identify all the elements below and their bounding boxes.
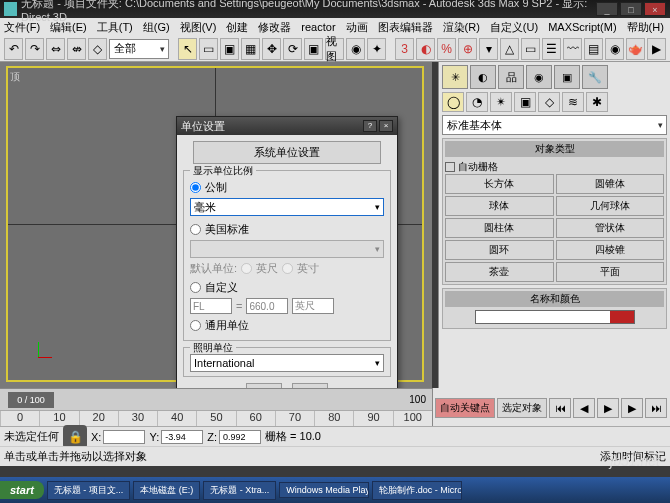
menu-help[interactable]: 帮助(H) — [627, 20, 664, 35]
menu-render[interactable]: 渲染(R) — [443, 20, 480, 35]
select-name-button[interactable]: ▭ — [199, 38, 218, 60]
radio-generic[interactable] — [190, 320, 201, 331]
lighting-dropdown[interactable]: International — [190, 354, 384, 372]
tab-utilities[interactable]: 🔧 — [582, 65, 608, 89]
metric-dropdown[interactable]: 毫米 — [190, 198, 384, 216]
schematic-button[interactable]: ▤ — [584, 38, 603, 60]
menu-group[interactable]: 组(G) — [143, 20, 170, 35]
tab-motion[interactable]: ◉ — [526, 65, 552, 89]
layer-button[interactable]: ☰ — [542, 38, 561, 60]
z-value[interactable]: 0.992 — [219, 430, 261, 444]
menu-reactor[interactable]: reactor — [301, 21, 335, 33]
btn-tube[interactable]: 管状体 — [556, 218, 665, 238]
render-scene-button[interactable]: 🫖 — [626, 38, 645, 60]
material-button[interactable]: ◉ — [605, 38, 624, 60]
y-value[interactable]: -3.94 — [161, 430, 203, 444]
menu-graph[interactable]: 图表编辑器 — [378, 20, 433, 35]
select-object-button[interactable]: ↖ — [178, 38, 197, 60]
btn-pyramid[interactable]: 四棱锥 — [556, 240, 665, 260]
minimize-button[interactable]: _ — [596, 2, 618, 16]
geometry-button[interactable]: ◯ — [442, 92, 464, 112]
lights-button[interactable]: ✴ — [490, 92, 512, 112]
manipulate-button[interactable]: ✦ — [367, 38, 386, 60]
spacewarps-button[interactable]: ≋ — [562, 92, 584, 112]
task-item[interactable]: 无标题 - 项目文... — [47, 481, 131, 500]
spinner-snap-button[interactable]: ⊕ — [458, 38, 477, 60]
shapes-button[interactable]: ◔ — [466, 92, 488, 112]
task-item[interactable]: 轮胎制作.doc - Micro... — [372, 481, 462, 500]
tab-display[interactable]: ▣ — [554, 65, 580, 89]
menu-maxscript[interactable]: MAXScript(M) — [548, 21, 616, 33]
radio-custom[interactable] — [190, 282, 201, 293]
task-item[interactable]: Windows Media Player — [279, 482, 369, 498]
quick-render-button[interactable]: ▶ — [647, 38, 666, 60]
goto-start-button[interactable]: ⏮ — [549, 398, 571, 418]
angle-snap-button[interactable]: ◐ — [416, 38, 435, 60]
menu-edit[interactable]: 编辑(E) — [50, 20, 87, 35]
selection-filter-dropdown[interactable]: 全部 — [109, 39, 169, 59]
dialog-titlebar[interactable]: 单位设置 ? × — [177, 117, 397, 135]
menu-create[interactable]: 创建 — [226, 20, 248, 35]
menu-modifier[interactable]: 修改器 — [258, 20, 291, 35]
btn-geosphere[interactable]: 几何球体 — [556, 196, 665, 216]
window-crossing-button[interactable]: ▦ — [241, 38, 260, 60]
selected-target-dropdown[interactable]: 选定对象 — [497, 398, 547, 418]
primitive-set-dropdown[interactable]: 标准基本体 — [442, 115, 667, 135]
dialog-help-button[interactable]: ? — [363, 120, 377, 132]
scale-button[interactable]: ▣ — [304, 38, 323, 60]
percent-snap-button[interactable]: % — [437, 38, 456, 60]
select-region-button[interactable]: ▣ — [220, 38, 239, 60]
x-value[interactable] — [103, 430, 145, 444]
btn-plane[interactable]: 平面 — [556, 262, 665, 282]
tab-create[interactable]: ✳ — [442, 65, 468, 89]
helpers-button[interactable]: ◇ — [538, 92, 560, 112]
menu-tools[interactable]: 工具(T) — [97, 20, 133, 35]
menu-animation[interactable]: 动画 — [346, 20, 368, 35]
time-slider[interactable]: 0 / 100 100 — [0, 388, 432, 410]
start-button[interactable]: start — [0, 481, 44, 499]
next-frame-button[interactable]: ▶ — [621, 398, 643, 418]
menu-view[interactable]: 视图(V) — [180, 20, 217, 35]
ref-coord-button[interactable]: 视图 — [325, 38, 344, 60]
move-button[interactable]: ✥ — [262, 38, 281, 60]
mirror-button[interactable]: △ — [500, 38, 519, 60]
task-item[interactable]: 无标题 - Xtra... — [203, 481, 276, 500]
menu-file[interactable]: 文件(F) — [4, 20, 40, 35]
snap-toggle-button[interactable]: 3 — [395, 38, 414, 60]
named-sel-button[interactable]: ▾ — [479, 38, 498, 60]
pivot-button[interactable]: ◉ — [346, 38, 365, 60]
redo-button[interactable]: ↷ — [25, 38, 44, 60]
btn-box[interactable]: 长方体 — [445, 174, 554, 194]
maximize-button[interactable]: □ — [620, 2, 642, 16]
unlink-button[interactable]: ⇎ — [67, 38, 86, 60]
btn-sphere[interactable]: 球体 — [445, 196, 554, 216]
tab-modify[interactable]: ◐ — [470, 65, 496, 89]
btn-torus[interactable]: 圆环 — [445, 240, 554, 260]
add-time-tag-button[interactable]: 添加时间标记 — [600, 449, 666, 464]
btn-teapot[interactable]: 茶壶 — [445, 262, 554, 282]
tab-hierarchy[interactable]: 品 — [498, 65, 524, 89]
goto-end-button[interactable]: ⏭ — [645, 398, 667, 418]
bind-button[interactable]: ◇ — [88, 38, 107, 60]
auto-grid-checkbox[interactable] — [445, 162, 455, 172]
link-button[interactable]: ⇔ — [46, 38, 65, 60]
time-slider-handle[interactable]: 0 / 100 — [8, 392, 54, 408]
rotate-button[interactable]: ⟳ — [283, 38, 302, 60]
menu-customize[interactable]: 自定义(U) — [490, 20, 538, 35]
radio-metric[interactable] — [190, 182, 201, 193]
selection-lock-button[interactable]: 🔒 — [63, 425, 87, 449]
object-color-swatch[interactable] — [475, 310, 635, 324]
radio-us[interactable] — [190, 224, 201, 235]
autokey-button[interactable]: 自动关键点 — [435, 398, 495, 418]
btn-cone[interactable]: 圆锥体 — [556, 174, 665, 194]
close-button[interactable]: × — [644, 2, 666, 16]
systems-button[interactable]: ✱ — [586, 92, 608, 112]
task-item[interactable]: 本地磁盘 (E:) — [133, 481, 200, 500]
cameras-button[interactable]: ▣ — [514, 92, 536, 112]
btn-cylinder[interactable]: 圆柱体 — [445, 218, 554, 238]
system-unit-setup-button[interactable]: 系统单位设置 — [193, 141, 380, 164]
curve-editor-button[interactable]: 〰 — [563, 38, 582, 60]
dialog-close-button[interactable]: × — [379, 120, 393, 132]
prev-frame-button[interactable]: ◀ — [573, 398, 595, 418]
undo-button[interactable]: ↶ — [4, 38, 23, 60]
